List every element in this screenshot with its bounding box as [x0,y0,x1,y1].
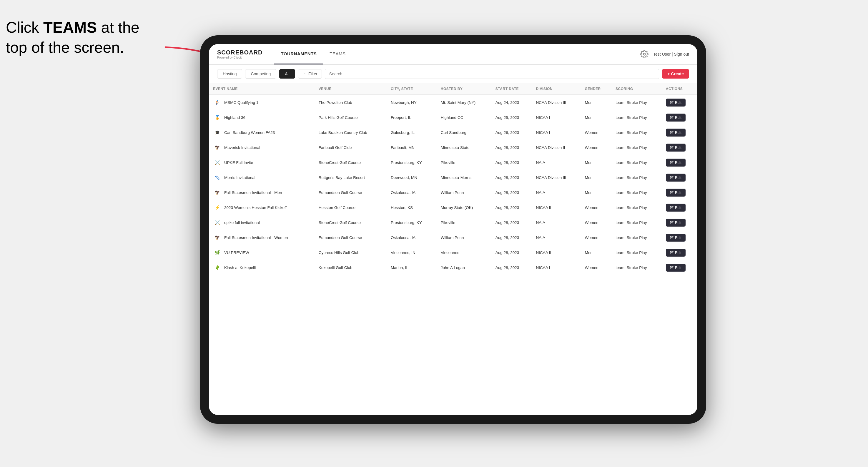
filter-icon [303,72,307,76]
cell-venue: Faribault Golf Club [314,140,386,155]
edit-button[interactable]: Edit [666,204,686,212]
cell-gender: Women [581,140,612,155]
cell-city-state: Prestonsburg, KY [386,155,437,170]
cell-actions: Edit [662,155,698,170]
search-container [325,69,659,79]
cell-city-state: Marion, IL [386,260,437,275]
cell-start-date: Aug 28, 2023 [491,215,532,230]
gear-icon[interactable] [640,50,649,58]
edit-button[interactable]: Edit [666,234,686,242]
cell-gender: Men [581,95,612,110]
create-button[interactable]: + Create [662,69,689,79]
cell-gender: Men [581,110,612,125]
cell-scoring: team, Stroke Play [612,110,662,125]
edit-icon [670,266,674,269]
cell-start-date: Aug 28, 2023 [491,230,532,245]
cell-actions: Edit [662,125,698,140]
col-gender: GENDER [581,83,612,95]
cell-venue: StoneCrest Golf Course [314,155,386,170]
edit-button[interactable]: Edit [666,144,686,152]
event-name-text: Maverick Invitational [224,145,260,150]
event-name-text: UPKE Fall Invite [224,160,253,165]
cell-actions: Edit [662,95,698,110]
edit-button[interactable]: Edit [666,159,686,166]
cell-hosted-by: John A Logan [437,260,491,275]
edit-button[interactable]: Edit [666,114,686,122]
team-icon: ⚡ [213,203,221,212]
cell-start-date: Aug 28, 2023 [491,140,532,155]
cell-division: NICAA I [532,260,581,275]
cell-scoring: team, Stroke Play [612,185,662,200]
team-icon: ⚔️ [213,158,221,166]
table-row: 🏌 MSMC Qualifying 1 The Powelton Club Ne… [209,95,698,110]
edit-icon [670,146,674,149]
cell-venue: Edmundson Golf Course [314,185,386,200]
event-name-text: 2023 Women's Hesston Fall Kickoff [224,206,287,210]
filter-button[interactable]: Filter [298,69,322,79]
team-icon: 🎓 [213,128,221,136]
logo-title: SCOREBOARD [217,49,262,56]
cell-gender: Women [581,260,612,275]
cell-event-name: ⚔️ upike fall invitational [209,215,314,230]
cell-city-state: Freeport, IL [386,110,437,125]
cell-event-name: 🎓 Carl Sandburg Women FA23 [209,125,314,140]
cell-scoring: team, Stroke Play [612,260,662,275]
cell-division: NAIA [532,185,581,200]
cell-actions: Edit [662,245,698,260]
cell-event-name: 🐾 Morris Invitational [209,170,314,185]
cell-division: NCAA Division III [532,95,581,110]
cell-start-date: Aug 28, 2023 [491,245,532,260]
filter-bar: Hosting Competing All Filter + Create [209,65,698,83]
hosting-filter-button[interactable]: Hosting [217,69,242,79]
edit-button[interactable]: Edit [666,99,686,106]
cell-hosted-by: Carl Sandburg [437,125,491,140]
edit-button[interactable]: Edit [666,249,686,257]
cell-scoring: team, Stroke Play [612,245,662,260]
cell-gender: Men [581,170,612,185]
table-header-row: EVENT NAME VENUE CITY, STATE HOSTED BY S… [209,83,698,95]
logo-subtitle: Powered by Clippit [217,56,262,59]
cell-gender: Men [581,155,612,170]
edit-button[interactable]: Edit [666,264,686,272]
cell-city-state: Newburgh, NY [386,95,437,110]
search-input[interactable] [325,69,659,79]
edit-button[interactable]: Edit [666,189,686,196]
cell-scoring: team, Stroke Play [612,155,662,170]
cell-city-state: Faribault, MN [386,140,437,155]
edit-button[interactable]: Edit [666,129,686,136]
edit-icon [670,131,674,134]
edit-icon [670,236,674,239]
edit-icon [670,161,674,164]
table-row: ⚔️ upike fall invitational StoneCrest Go… [209,215,698,230]
event-name-text: Fall Statesmen Invitational - Men [224,190,282,195]
cell-hosted-by: Minnesota-Morris [437,170,491,185]
cell-city-state: Vincennes, IN [386,245,437,260]
cell-start-date: Aug 24, 2023 [491,95,532,110]
cell-scoring: team, Stroke Play [612,215,662,230]
cell-scoring: team, Stroke Play [612,200,662,215]
cell-gender: Women [581,125,612,140]
col-scoring: SCORING [612,83,662,95]
event-name-text: VU PREVIEW [224,250,249,255]
edit-icon [670,221,674,224]
table-row: 🦅 Maverick Invitational Faribault Golf C… [209,140,698,155]
edit-button[interactable]: Edit [666,219,686,226]
edit-icon [670,101,674,104]
all-filter-button[interactable]: All [279,69,295,79]
cell-event-name: 🦅 Fall Statesmen Invitational - Men [209,185,314,200]
logo-area: SCOREBOARD Powered by Clippit [217,49,262,59]
edit-button[interactable]: Edit [666,174,686,182]
cell-event-name: 🏌 MSMC Qualifying 1 [209,95,314,110]
cell-scoring: team, Stroke Play [612,125,662,140]
cell-hosted-by: Pikeville [437,155,491,170]
tab-teams[interactable]: TEAMS [323,44,352,64]
edit-icon [670,191,674,194]
cell-venue: Hesston Golf Course [314,200,386,215]
cell-city-state: Galesburg, IL [386,125,437,140]
cell-event-name: 🌿 VU PREVIEW [209,245,314,260]
tab-tournaments[interactable]: TOURNAMENTS [274,44,323,64]
cell-hosted-by: Vincennes [437,245,491,260]
instruction-line1: Click TEAMS at thetop of the screen. [6,19,140,56]
competing-filter-button[interactable]: Competing [245,69,276,79]
col-division: DIVISION [532,83,581,95]
